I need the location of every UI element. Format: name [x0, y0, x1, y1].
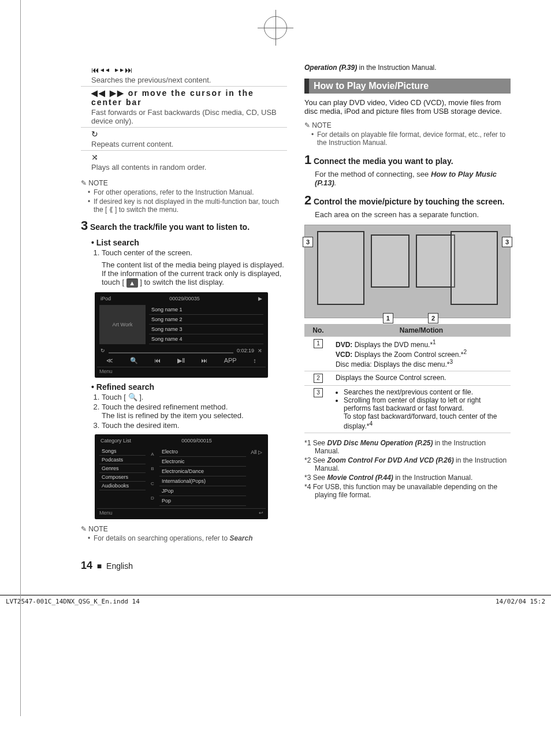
footnote: *4 For USB, this function may be unavail…: [304, 483, 511, 499]
next-icon: ⏭: [201, 357, 207, 364]
list-item: Touch the desired item.: [102, 421, 287, 430]
playpause-icon: ▶Ⅱ: [177, 357, 185, 364]
artwork-box: Art Work: [99, 305, 146, 344]
zone-3-left: [317, 231, 364, 306]
list-item: Pop: [159, 496, 246, 506]
list-item: Electronic: [159, 457, 246, 467]
list-item: Touch the desired refinement method. The…: [102, 403, 287, 420]
list-search-sub: The content list of the media being play…: [102, 260, 287, 269]
language: English: [106, 561, 133, 571]
up-arrow-icon: ▲: [126, 278, 138, 288]
step-title: Connect the media you want to play.: [314, 157, 453, 166]
footnote: *1 See DVD Disc Menu Operation (P.25) in…: [304, 439, 511, 455]
step-title: Search the track/file you want to listen…: [90, 222, 250, 232]
step-desc: Each area on the screen has a separate f…: [315, 210, 511, 219]
list-item: Touch [ 🔍 ].: [102, 393, 287, 401]
callout-3: 3: [303, 237, 313, 247]
step-2: 2 Control the movie/picture by touching …: [304, 193, 511, 219]
right-column: Operation (P.39) in the Instruction Manu…: [304, 64, 511, 572]
file-path: LVT2547-001C_14DNX_QSG_K_En.indd 14: [6, 598, 140, 605]
menu-label: Menu: [99, 368, 113, 374]
list-item: Podcasts: [99, 456, 146, 464]
list-item: Touch center of the screen.: [102, 248, 287, 257]
control-row-ffrw: ◀◀ ▶▶ or move the cursor in the center b…: [81, 86, 287, 127]
note-label: NOTE: [81, 525, 287, 533]
crop-mark-top: [264, 16, 287, 39]
list-search-title: List search: [91, 238, 287, 247]
list-item: Electro: [159, 447, 246, 457]
control-row-prevnext: ⏮◀◀ ▶▶⏭ Searches the previous/next conte…: [81, 64, 287, 86]
category-sidebar: Songs Podcasts Genres Composers Audioboo…: [99, 447, 146, 506]
list-item: JPop: [159, 486, 246, 496]
note-list: For details on playable file format, dev…: [304, 131, 511, 147]
table-row: 2 Displays the Source Control screen.: [304, 371, 511, 386]
list-item: International(Pops): [159, 476, 246, 486]
control-desc: Searches the previous/next content.: [91, 76, 277, 84]
back-icon: ≪: [106, 357, 113, 364]
th-no: No.: [304, 324, 332, 337]
return-icon: ↩: [259, 510, 263, 516]
numbox: 2: [314, 374, 323, 383]
th-name: Name/Motion: [332, 324, 511, 337]
list-search-steps: Touch center of the screen.: [81, 248, 287, 257]
ff-rw-icon: ◀◀ ▶▶ or move the cursor in the center b…: [91, 88, 277, 107]
callout-1: 1: [383, 313, 393, 323]
zone-3-right: [451, 231, 498, 306]
shuffle-icon: ⤨: [258, 348, 262, 353]
intro-text: You can play DVD video, Video CD (VCD), …: [304, 98, 511, 116]
list-item: Audiobooks: [99, 482, 146, 490]
list-item: Songs: [99, 447, 146, 456]
zone-2: [416, 234, 455, 288]
step-3: 3 Search the track/file you want to list…: [81, 218, 287, 233]
app-label: APP: [224, 357, 237, 364]
control-row-repeat: ↻ Repeats current content.: [81, 127, 287, 150]
table-row: 3 Searches the next/previous content or …: [304, 386, 511, 433]
category-list-screenshot: Category List 00009/00015 Songs Podcasts…: [95, 434, 268, 519]
page-number: 14: [81, 560, 92, 571]
step-number: 3: [81, 218, 88, 233]
note-item: For details on playable file format, dev…: [312, 131, 511, 147]
step-desc: For the method of connecting, see How to…: [315, 170, 511, 187]
source-label: iPod: [100, 296, 111, 301]
repeat-icon: ↻: [91, 129, 277, 139]
note-list: For other operations, refer to the Instr…: [81, 188, 287, 214]
list-item: Song name 4: [149, 334, 263, 344]
note-item: For other operations, refer to the Instr…: [89, 188, 287, 196]
list-item: Composers: [99, 473, 146, 482]
step-number: 1: [304, 152, 311, 167]
zone-1: [371, 234, 410, 288]
list-item: Electronica/Dance: [159, 467, 246, 476]
document-footer: LVT2547-001C_14DNX_QSG_K_En.indd 14 14/0…: [0, 595, 551, 608]
section-title: How to Play Movie/Picture: [304, 79, 511, 94]
time: 0:02:19: [237, 348, 254, 353]
step-number: 2: [304, 193, 311, 208]
list-item: Genres: [99, 464, 146, 473]
swap-icon: ↕: [253, 357, 256, 364]
footnote: *2 See Zoom Control For DVD And VCD (P.2…: [304, 456, 511, 472]
step-1: 1 Connect the media you want to play. Fo…: [304, 152, 511, 187]
list-item: Song name 1: [149, 305, 263, 315]
control-row-shuffle: ⤨ Plays all contents in random order.: [81, 150, 287, 173]
footnote: *3 See Movie Control (P.44) in the Instr…: [304, 474, 511, 482]
search-icon: 🔍: [130, 357, 138, 364]
table-row: 1 DVD: Displays the DVD menu.*1 VCD: Dis…: [304, 337, 511, 371]
file-date: 14/02/04 15:2: [496, 598, 545, 605]
alpha-index: A B C D: [149, 447, 156, 506]
control-desc: Repeats current content.: [91, 140, 277, 148]
footnotes: *1 See DVD Disc Menu Operation (P.25) in…: [304, 439, 511, 499]
list-item: Song name 3: [149, 325, 263, 334]
play-icon: ▶: [258, 296, 262, 301]
shuffle-icon: ⤨: [91, 152, 277, 162]
refined-search-title: Refined search: [91, 382, 287, 392]
song-list: Song name 1 Song name 2 Song name 3 Song…: [149, 305, 263, 344]
continuation: Operation (P.39) in the Instruction Manu…: [304, 64, 511, 72]
title: Category List: [100, 438, 131, 444]
list-search-sub: If the information of the current track …: [102, 269, 287, 288]
control-desc: Fast forwards or Fast backwards (Disc me…: [91, 108, 277, 125]
note-label: NOTE: [81, 179, 287, 187]
note-label: NOTE: [304, 121, 511, 129]
callout-2: 2: [428, 313, 438, 323]
motion-table: No. Name/Motion 1 DVD: Displays the DVD …: [304, 324, 511, 433]
all-button: All ▷: [251, 449, 262, 455]
control-desc: Plays all contents in random order.: [91, 163, 277, 172]
